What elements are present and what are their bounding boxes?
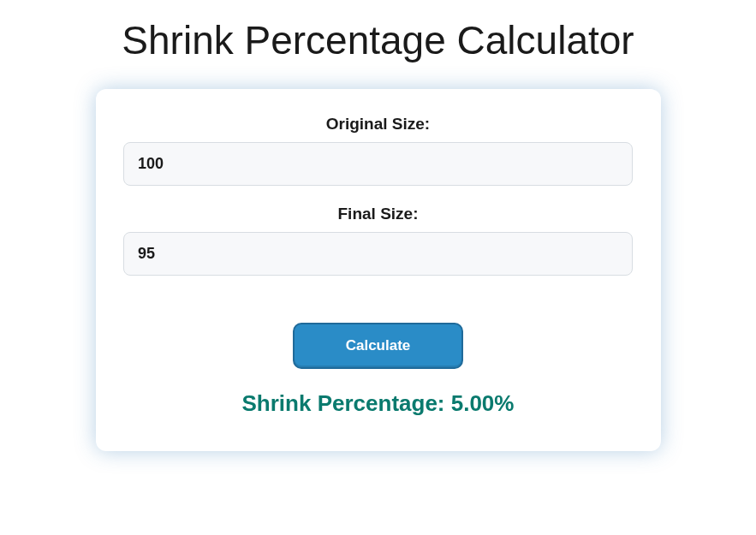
final-size-label: Final Size:	[113, 205, 644, 223]
final-size-input[interactable]	[123, 232, 633, 276]
original-size-group: Original Size:	[113, 115, 644, 186]
calculator-card: Original Size: Final Size: Calculate Shr…	[96, 89, 661, 451]
final-size-group: Final Size:	[113, 205, 644, 276]
result-text: Shrink Percentage: 5.00%	[113, 390, 644, 417]
calculate-button[interactable]: Calculate	[293, 323, 464, 369]
original-size-label: Original Size:	[113, 115, 644, 134]
main-container: Shrink Percentage Calculator Original Si…	[0, 0, 756, 451]
button-wrap: Calculate	[113, 323, 644, 369]
original-size-input[interactable]	[123, 142, 633, 186]
page-title: Shrink Percentage Calculator	[0, 17, 756, 63]
